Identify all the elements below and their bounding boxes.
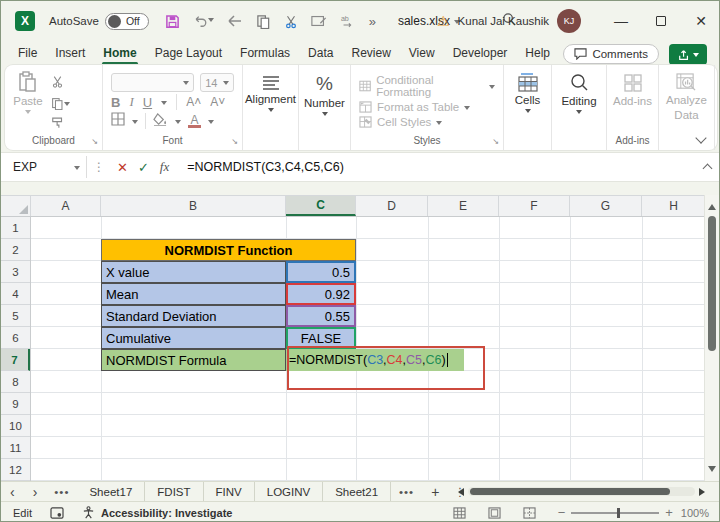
macro-record-button[interactable]: [50, 507, 64, 519]
scroll-up-icon[interactable]: [708, 200, 716, 210]
row-header-2[interactable]: 2: [1, 239, 30, 261]
sheet-tab-sheet21[interactable]: Sheet21: [323, 482, 391, 501]
analyze-data-button[interactable]: Analyze Data: [659, 73, 714, 122]
column-header-e[interactable]: E: [428, 196, 499, 216]
cell-b3-label[interactable]: X value: [101, 261, 286, 283]
formula-input[interactable]: =NORMDIST(C3,C4,C5,C6): [187, 160, 344, 174]
accessibility-icon[interactable]: [82, 506, 95, 519]
paste-button[interactable]: Paste: [5, 71, 51, 133]
fill-color-button[interactable]: [153, 112, 168, 130]
copy-button[interactable]: [51, 97, 70, 110]
add-sheet-button[interactable]: +: [431, 484, 439, 500]
more-sheets-right-button[interactable]: •••: [399, 486, 414, 498]
scroll-down-icon[interactable]: [708, 466, 716, 476]
column-header-h[interactable]: H: [642, 196, 706, 216]
sheet-tab-fdist[interactable]: FDIST: [145, 482, 203, 501]
font-size-select[interactable]: 14: [200, 73, 234, 92]
column-header-d[interactable]: D: [356, 196, 428, 216]
horizontal-scroll-track[interactable]: [468, 487, 695, 496]
zoom-out-button[interactable]: −: [558, 505, 566, 520]
conditional-formatting-button[interactable]: Conditional Formatting: [359, 74, 495, 98]
tab-page-layout[interactable]: Page Layout: [146, 43, 231, 63]
tab-view[interactable]: View: [400, 43, 444, 63]
share-button[interactable]: [669, 44, 707, 65]
alignment-button[interactable]: Alignment: [243, 75, 298, 115]
font-color-button[interactable]: A: [188, 115, 201, 128]
column-header-c[interactable]: C: [286, 196, 356, 216]
scroll-left-icon[interactable]: [454, 488, 464, 496]
normal-view-button[interactable]: [453, 507, 466, 519]
tab-data[interactable]: Data: [299, 43, 342, 63]
sheet-tab-loginv[interactable]: LOGINV: [255, 482, 323, 501]
column-header-f[interactable]: F: [499, 196, 570, 216]
italic-button[interactable]: I: [129, 94, 133, 110]
cell-b5-label[interactable]: Standard Deviation: [101, 305, 286, 327]
tab-help[interactable]: Help: [516, 43, 559, 63]
format-as-table-button[interactable]: Format as Table: [359, 101, 495, 113]
cell-c5-value[interactable]: 0.55: [286, 305, 356, 327]
increase-font-button[interactable]: A˄: [186, 95, 201, 109]
replace-button[interactable]: ab: [340, 14, 356, 29]
select-all-button[interactable]: [1, 196, 31, 216]
accessibility-status[interactable]: Accessibility: Investigate: [101, 507, 232, 519]
horizontal-scrollbar[interactable]: [454, 487, 709, 496]
row-header-8[interactable]: 8: [1, 371, 30, 393]
picture-button[interactable]: [311, 14, 327, 28]
column-header-g[interactable]: G: [570, 196, 642, 216]
horizontal-scroll-thumb[interactable]: [470, 488, 670, 495]
save-button[interactable]: [165, 14, 180, 29]
copy-button[interactable]: [256, 14, 271, 29]
cell-b2-title[interactable]: NORMDIST Function: [101, 239, 356, 261]
qat-overflow-button[interactable]: »: [369, 14, 376, 29]
bold-button[interactable]: B: [111, 95, 120, 110]
name-box[interactable]: EXP: [7, 156, 87, 178]
cut-button[interactable]: [284, 14, 298, 29]
row-header-11[interactable]: 11: [1, 437, 30, 459]
cancel-button[interactable]: ✕: [117, 160, 128, 175]
tab-review[interactable]: Review: [342, 43, 399, 63]
scroll-right-icon[interactable]: [699, 488, 709, 496]
tab-home[interactable]: Home: [94, 43, 145, 63]
row-header-4[interactable]: 4: [1, 283, 30, 305]
editing-button[interactable]: Editing: [552, 73, 606, 117]
autosave-toggle[interactable]: Off: [105, 13, 149, 30]
tab-file[interactable]: File: [9, 43, 46, 63]
cell-b7-label[interactable]: NORMDIST Formula: [101, 349, 286, 371]
comments-button[interactable]: Comments: [563, 44, 659, 64]
row-header-12[interactable]: 12: [1, 459, 30, 481]
cell-c4-value[interactable]: 0.92: [286, 283, 356, 305]
sheet-tab-finv[interactable]: FINV: [204, 482, 255, 501]
prev-sheet-button[interactable]: ‹: [10, 484, 15, 500]
cell-b4-label[interactable]: Mean: [101, 283, 286, 305]
cells-button[interactable]: Cells: [504, 73, 551, 116]
close-button[interactable]: ✕: [681, 1, 720, 41]
tab-insert[interactable]: Insert: [46, 43, 94, 63]
avatar[interactable]: KJ: [557, 9, 581, 33]
zoom-slider[interactable]: [571, 512, 659, 514]
zoom-level[interactable]: 100%: [681, 507, 709, 519]
zoom-slider-thumb[interactable]: [617, 508, 620, 518]
page-break-view-button[interactable]: [523, 507, 536, 519]
spreadsheet-grid[interactable]: 1 2 3 4 5 6 7 8 9 10 11 12 NORMDIST Func…: [1, 217, 706, 481]
row-header-1[interactable]: 1: [1, 217, 30, 239]
row-header-3[interactable]: 3: [1, 261, 30, 283]
column-header-a[interactable]: A: [31, 196, 101, 216]
font-dialog-launcher[interactable]: ↘: [231, 137, 238, 146]
undo-button[interactable]: [193, 14, 214, 28]
minimize-button[interactable]: —: [601, 1, 641, 41]
enter-button[interactable]: ✓: [138, 160, 149, 175]
sheet-tab-sheet17[interactable]: Sheet17: [77, 482, 145, 501]
name-box-resize-handle[interactable]: ⋮: [93, 160, 106, 174]
user-name[interactable]: Kunal Jai Kaushik: [458, 15, 549, 27]
insert-function-button[interactable]: fx: [160, 159, 169, 175]
vertical-scrollbar[interactable]: [704, 195, 719, 481]
number-button[interactable]: % Number: [299, 73, 350, 119]
expand-formula-bar-icon[interactable]: [703, 164, 713, 174]
tab-formulas[interactable]: Formulas: [231, 43, 299, 63]
vertical-scroll-thumb[interactable]: [708, 216, 716, 351]
format-painter-button[interactable]: [51, 115, 70, 133]
decrease-font-button[interactable]: A˅: [210, 95, 225, 109]
underline-button[interactable]: U: [143, 95, 152, 110]
font-name-select[interactable]: [111, 73, 194, 92]
column-header-b[interactable]: B: [101, 196, 286, 216]
